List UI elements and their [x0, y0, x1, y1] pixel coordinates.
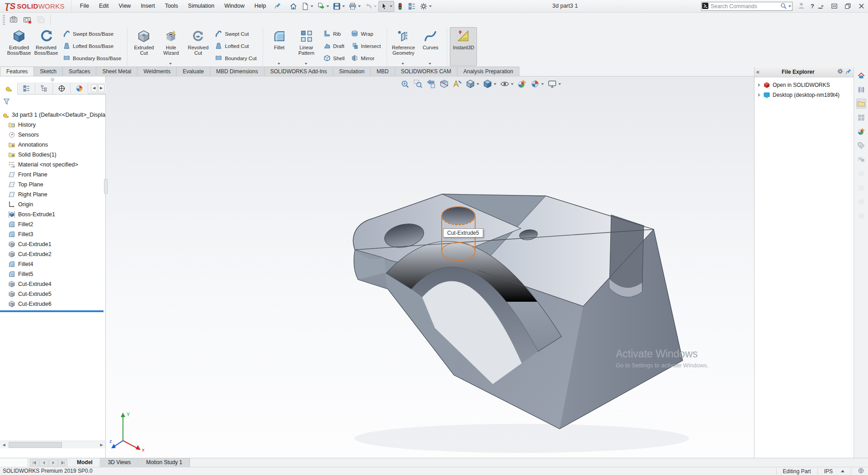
scrollbar-thumb[interactable]: [9, 442, 62, 448]
tab-sheet-metal[interactable]: Sheet Metal: [96, 66, 137, 76]
ribbon-button-linear-pattern[interactable]: LinearPattern: [293, 27, 320, 66]
ribbon-button-revolved-cut[interactable]: RevolvedCut: [184, 27, 212, 66]
panel-resize-handle[interactable]: [104, 179, 108, 194]
tree-item-top-plane[interactable]: Top Plane: [0, 180, 105, 190]
options-list-icon[interactable]: [406, 1, 418, 12]
tab-analysis-preparation[interactable]: Analysis Preparation: [457, 66, 519, 76]
solidworks-resources-icon[interactable]: [856, 71, 866, 81]
tab-surfaces[interactable]: Surfaces: [62, 66, 96, 76]
pane-extra-3-icon[interactable]: [856, 197, 866, 207]
tab-nav-last-icon[interactable]: [58, 459, 67, 466]
pane-extra-1-icon[interactable]: [856, 169, 866, 179]
ribbon-button-shell[interactable]: Shell: [322, 52, 346, 64]
undo-icon[interactable]: [363, 1, 378, 12]
search-caret-icon[interactable]: [788, 5, 791, 7]
tab-sketch[interactable]: Sketch: [33, 66, 63, 76]
ribbon-button-extruded-boss-base[interactable]: ExtrudedBoss/Base: [5, 27, 33, 66]
ribbon-button-swept-boss-base[interactable]: Swept Boss/Base: [61, 28, 123, 40]
ribbon-button-reference-geometry[interactable]: ReferenceGeometry: [390, 27, 417, 66]
panel-gear-icon[interactable]: [837, 68, 844, 76]
menu-view[interactable]: View: [114, 0, 136, 12]
tab-nav-next-icon[interactable]: [49, 459, 58, 466]
tree-item-fillet4[interactable]: Fillet4: [0, 259, 105, 269]
help-icon[interactable]: ?: [809, 2, 816, 11]
close-icon[interactable]: [858, 2, 865, 10]
tree-item-cut-extrude5[interactable]: Cut-Extrude5: [0, 289, 105, 299]
collapse-panel-icon[interactable]: «: [756, 69, 760, 75]
dock-window-icon[interactable]: [830, 2, 838, 10]
explorer-item-1[interactable]: Desktop (desktop-nm189t4): [755, 90, 854, 100]
ribbon-button-wrap[interactable]: Wrap: [349, 28, 382, 40]
screen-capture-icon[interactable]: [7, 14, 20, 26]
open-document-icon[interactable]: [315, 1, 331, 12]
forum-icon[interactable]: [856, 155, 866, 165]
ribbon-button-mirror[interactable]: Mirror: [349, 52, 382, 64]
edit-appearance-icon[interactable]: [516, 78, 528, 90]
tree-item-boss-extrude1[interactable]: Boss-Extrude1: [0, 209, 105, 219]
tabs-scroll-right-icon[interactable]: ▶: [98, 84, 104, 92]
view-settings-icon[interactable]: [546, 78, 562, 90]
pin-menu-icon[interactable]: [271, 2, 285, 10]
search-icon[interactable]: [780, 2, 787, 11]
tabs-scroll-left-icon[interactable]: ◀: [91, 84, 97, 92]
configurationmanager-tab[interactable]: [35, 82, 53, 95]
displaymanager-tab[interactable]: [71, 82, 88, 95]
graphics-viewport[interactable]: Cut-Extrude5 Y x z Activate Windows Go t…: [106, 76, 754, 458]
tree-item-cut-extrude2[interactable]: Cut-Extrude2: [0, 249, 105, 259]
panel-splitter-handle[interactable]: [51, 78, 54, 81]
tree-item-material-not-specified-[interactable]: Material <not specified>: [0, 160, 105, 170]
tree-item-annotations[interactable]: AAnnotations: [0, 140, 105, 150]
tree-item-cut-extrude4[interactable]: Cut-Extrude4: [0, 279, 105, 289]
model-tab-model[interactable]: Model: [69, 458, 100, 467]
pane-extra-4-icon[interactable]: [856, 211, 866, 221]
ribbon-button-lofted-cut[interactable]: Lofted Cut: [213, 40, 258, 52]
model-tab-3d-views[interactable]: 3D Views: [100, 458, 138, 467]
appearances-scenes-icon[interactable]: [856, 127, 866, 137]
annotations-visibility-icon[interactable]: [451, 78, 463, 90]
menu-file[interactable]: File: [75, 0, 94, 12]
rebuild-icon[interactable]: [394, 1, 406, 12]
print-icon[interactable]: [347, 1, 363, 12]
search-commands-box[interactable]: [701, 2, 793, 11]
image-capture-icon[interactable]: [34, 14, 47, 26]
ribbon-button-boundary-cut[interactable]: Boundary Cut: [213, 52, 258, 64]
tree-item-fillet2[interactable]: Fillet2: [0, 219, 105, 229]
ribbon-button-boundary-boss-base[interactable]: Boundary Boss/Base: [61, 52, 123, 64]
tree-item-solid-bodies-1-[interactable]: Solid Bodies(1): [0, 150, 105, 160]
tab-solidworks-add-ins[interactable]: SOLIDWORKS Add-Ins: [264, 66, 333, 76]
ribbon-button-swept-cut[interactable]: Swept Cut: [213, 28, 258, 40]
search-input[interactable]: [709, 3, 780, 10]
toolbar-grip[interactable]: [3, 15, 5, 25]
part-3d[interactable]: [106, 76, 754, 458]
panel-pin-icon[interactable]: [845, 68, 852, 76]
globe-icon[interactable]: [858, 467, 864, 475]
tree-item-front-plane[interactable]: Front Plane: [0, 170, 105, 180]
explorer-item-0[interactable]: Open in SOLIDWORKS: [755, 80, 854, 90]
tree-item-right-plane[interactable]: Right Plane: [0, 190, 105, 200]
pane-extra-2-icon[interactable]: [856, 183, 866, 193]
propertymanager-tab[interactable]: [18, 82, 35, 95]
zoom-to-area-icon[interactable]: [412, 78, 424, 90]
ribbon-button-rib[interactable]: Rib: [322, 28, 346, 40]
tab-evaluate[interactable]: Evaluate: [176, 66, 210, 76]
ribbon-button-fillet[interactable]: Fillet: [266, 27, 293, 66]
hide-show-items-icon[interactable]: [499, 78, 515, 90]
display-style-icon[interactable]: [481, 78, 498, 90]
settings-gear-icon[interactable]: [418, 1, 434, 12]
previous-view-icon[interactable]: [425, 78, 437, 90]
ribbon-button-draft[interactable]: Draft: [322, 40, 346, 52]
dimxpertmanager-tab[interactable]: [53, 82, 71, 95]
menu-tools[interactable]: Tools: [160, 0, 183, 12]
custom-properties-icon[interactable]: [856, 141, 866, 151]
scroll-right-icon[interactable]: ▶: [98, 441, 105, 449]
ribbon-button-extruded-cut[interactable]: ExtrudedCut: [130, 27, 157, 66]
ribbon-button-revolved-boss-base[interactable]: RevolvedBoss/Base: [33, 27, 60, 66]
ribbon-button-hole-wizard[interactable]: HoleWizard: [157, 27, 184, 66]
minimize-icon[interactable]: [817, 2, 825, 10]
user-account-icon[interactable]: [797, 2, 805, 11]
tab-simulation[interactable]: Simulation: [333, 66, 371, 76]
save-icon[interactable]: [331, 1, 347, 12]
scroll-left-icon[interactable]: ◀: [0, 441, 8, 449]
tab-nav-first-icon[interactable]: [30, 459, 39, 466]
tab-features[interactable]: Features: [0, 66, 34, 76]
